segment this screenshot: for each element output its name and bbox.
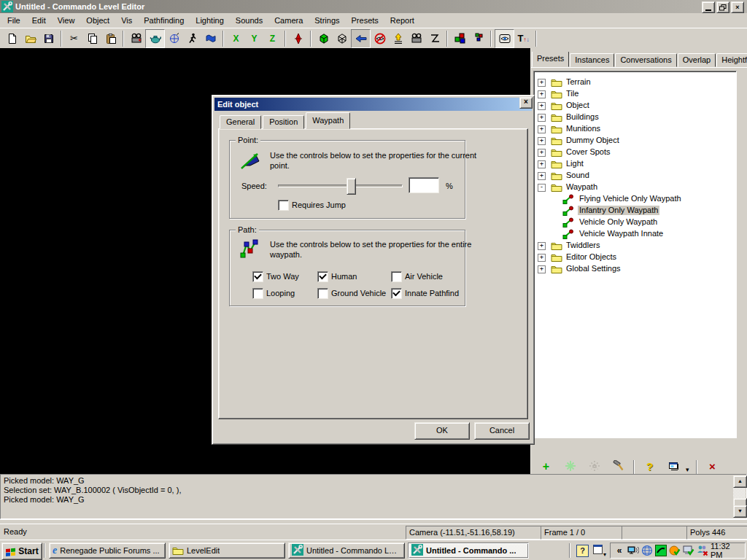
looping-checkbox[interactable] bbox=[252, 288, 263, 299]
tree-item[interactable]: +Object bbox=[534, 100, 736, 112]
scroll-down-button[interactable]: ▼ bbox=[733, 505, 747, 518]
requires-jump-checkbox[interactable] bbox=[278, 200, 289, 211]
task-button[interactable]: eRenegade Public Forums ... bbox=[49, 542, 166, 559]
speed-input[interactable] bbox=[409, 177, 439, 193]
walkthrough-button[interactable] bbox=[183, 30, 201, 47]
solid-view-button[interactable] bbox=[314, 30, 333, 47]
drop-to-ground-button[interactable] bbox=[289, 30, 307, 47]
expand-toggle[interactable]: + bbox=[538, 242, 546, 250]
menu-item-camera[interactable]: Camera bbox=[268, 15, 309, 26]
tree-item[interactable]: +Buildings bbox=[534, 112, 736, 123]
task-button[interactable]: Untitled - Commando ... bbox=[408, 542, 529, 559]
record-camera-button[interactable] bbox=[407, 30, 425, 47]
help-tray-button[interactable]: ? bbox=[576, 545, 589, 557]
network-activity-icon[interactable] bbox=[655, 545, 667, 556]
expand-toggle[interactable]: + bbox=[538, 102, 546, 110]
menu-item-vis[interactable]: Vis bbox=[115, 15, 138, 26]
hide-selection-button[interactable] bbox=[371, 30, 389, 47]
tree-item[interactable]: +Editor Objects bbox=[534, 252, 736, 263]
minimize-button[interactable] bbox=[702, 1, 715, 13]
tab-conversations[interactable]: Conversations bbox=[615, 53, 676, 67]
tree-item[interactable]: Flying Vehicle Only Waypath bbox=[534, 193, 736, 205]
tree-item[interactable]: +Terrain bbox=[534, 77, 736, 88]
axis-z-button[interactable]: Z bbox=[263, 30, 282, 47]
polygon-tool-button[interactable] bbox=[425, 30, 444, 47]
menu-item-view[interactable]: View bbox=[52, 15, 81, 26]
menu-item-edit[interactable]: Edit bbox=[26, 15, 52, 26]
background-button[interactable] bbox=[201, 30, 220, 47]
system-check-icon[interactable] bbox=[683, 545, 694, 556]
expand-toggle[interactable]: + bbox=[538, 265, 546, 273]
menu-item-file[interactable]: File bbox=[1, 15, 26, 26]
expand-toggle[interactable]: + bbox=[538, 79, 546, 87]
axis-x-button[interactable]: X bbox=[227, 30, 245, 47]
tree-item[interactable]: +Cover Spots bbox=[534, 147, 736, 158]
paste-button[interactable] bbox=[101, 30, 120, 47]
cut-button[interactable]: ✂ bbox=[65, 30, 83, 47]
menu-item-strings[interactable]: Strings bbox=[309, 15, 345, 26]
object-group-button[interactable] bbox=[451, 30, 469, 47]
dialog-close-button[interactable]: × bbox=[519, 97, 533, 109]
show-selection-button[interactable] bbox=[351, 29, 371, 48]
menu-item-sounds[interactable]: Sounds bbox=[230, 15, 268, 26]
menu-item-object[interactable]: Object bbox=[80, 15, 115, 26]
raise-object-button[interactable] bbox=[389, 30, 407, 47]
two-way-checkbox[interactable] bbox=[252, 271, 263, 282]
expand-toggle[interactable]: + bbox=[538, 125, 546, 133]
expand-toggle[interactable]: + bbox=[538, 254, 546, 262]
expand-toggle[interactable]: + bbox=[538, 114, 546, 122]
update-status-icon[interactable] bbox=[669, 545, 681, 556]
visibility-button[interactable] bbox=[495, 29, 514, 48]
tab-waypath[interactable]: Waypath bbox=[306, 112, 350, 129]
ok-button[interactable]: OK bbox=[414, 422, 470, 440]
close-button[interactable]: × bbox=[731, 1, 744, 13]
menu-item-lighting[interactable]: Lighting bbox=[190, 15, 230, 26]
speed-slider-track[interactable] bbox=[278, 184, 403, 187]
menu-item-report[interactable]: Report bbox=[384, 15, 420, 26]
tree-item[interactable]: +Sound bbox=[534, 170, 736, 182]
speed-slider-thumb[interactable] bbox=[347, 178, 356, 195]
human-checkbox[interactable] bbox=[317, 271, 328, 282]
task-button[interactable]: Untitled - Commando Lev... bbox=[288, 542, 405, 559]
start-button[interactable]: Start bbox=[1, 542, 42, 560]
tab-heightfield[interactable]: Heightfield bbox=[716, 53, 747, 67]
output-scrollbar[interactable]: ▲ ▼ bbox=[733, 475, 746, 518]
expand-toggle[interactable]: + bbox=[538, 137, 546, 145]
tree-item[interactable]: Vehicle Only Waypath bbox=[534, 217, 736, 228]
task-button[interactable]: LevelEdit bbox=[169, 542, 285, 559]
expand-toggle[interactable]: - bbox=[538, 184, 546, 192]
ground-vehicle-checkbox[interactable] bbox=[317, 288, 328, 299]
tree-item[interactable]: +Twiddlers bbox=[534, 240, 736, 252]
expand-toggle[interactable]: + bbox=[538, 90, 546, 98]
expand-toggle[interactable]: + bbox=[538, 149, 546, 157]
expand-toggle[interactable]: + bbox=[538, 172, 546, 180]
tab-overlap[interactable]: Overlap bbox=[678, 53, 716, 67]
new-button[interactable] bbox=[3, 30, 21, 47]
expand-toggle[interactable]: + bbox=[538, 160, 546, 168]
tree-item[interactable]: +Global Settings bbox=[534, 263, 736, 275]
window-switcher-button[interactable]: ▾ bbox=[593, 545, 605, 556]
globe-icon[interactable] bbox=[641, 545, 653, 556]
tree-item[interactable]: Infantry Only Waypath bbox=[534, 205, 736, 217]
save-button[interactable] bbox=[39, 30, 58, 47]
tab-presets[interactable]: Presets bbox=[532, 52, 569, 67]
tree-item[interactable]: +Munitions bbox=[534, 123, 736, 135]
open-button[interactable] bbox=[21, 30, 39, 47]
render-mode-button[interactable] bbox=[145, 29, 165, 48]
tree-item[interactable]: -Waypath bbox=[534, 182, 736, 193]
axis-y-button[interactable]: Y bbox=[245, 30, 263, 47]
menu-item-presets[interactable]: Presets bbox=[346, 15, 384, 26]
camera-mode-button[interactable] bbox=[127, 30, 145, 47]
tree-item[interactable]: +Light bbox=[534, 158, 736, 170]
menu-item-pathfinding[interactable]: Pathfinding bbox=[138, 15, 190, 26]
tab-position[interactable]: Position bbox=[263, 115, 304, 129]
users-offline-icon[interactable] bbox=[697, 545, 708, 556]
tab-instances[interactable]: Instances bbox=[570, 53, 614, 67]
object-parts-button[interactable] bbox=[469, 30, 487, 47]
air-vehicle-checkbox[interactable] bbox=[391, 271, 402, 282]
tree-item[interactable]: +Dummy Object bbox=[534, 135, 736, 147]
orbit-camera-button[interactable] bbox=[165, 30, 183, 47]
innate-pathfind-checkbox[interactable] bbox=[391, 288, 402, 299]
tab-general[interactable]: General bbox=[220, 115, 261, 129]
scroll-up-button[interactable]: ▲ bbox=[733, 475, 747, 488]
